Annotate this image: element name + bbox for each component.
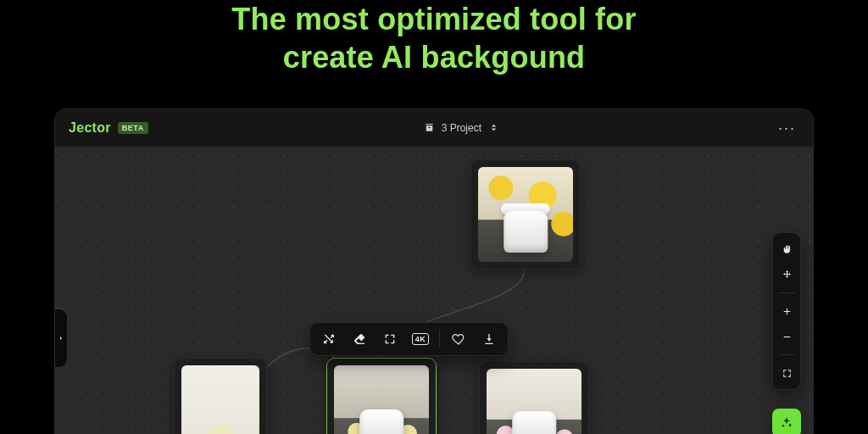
archive-icon [424,122,435,133]
brand-name: Jector [69,120,111,136]
move-icon [782,270,793,281]
fourk-button[interactable]: 4K [405,326,436,352]
chevrons-vertical-icon [488,122,499,133]
toolbar-separator [439,330,440,348]
beta-badge: BETA [118,122,148,134]
more-menu-button[interactable]: ··· [775,120,799,136]
move-tool-button[interactable] [776,264,798,286]
node-card-selected[interactable] [326,358,437,434]
thumbnail-image [181,365,259,434]
fullscreen-button[interactable] [375,326,405,352]
shuffle-icon [322,332,336,346]
eraser-icon [353,332,366,346]
sparkle-icon [780,416,793,430]
titlebar: Jector BETA 3 Project ··· [55,109,813,147]
minus-icon [782,331,793,342]
fullscreen-icon [383,332,397,346]
node-card[interactable] [174,358,267,434]
zoom-in-button[interactable] [776,300,798,322]
zoom-out-button[interactable] [776,326,798,348]
left-drawer-handle[interactable] [54,309,68,368]
favorite-button[interactable] [443,326,474,352]
maximize-icon [782,368,793,379]
plus-icon [782,306,793,317]
app-window: Jector BETA 3 Project ··· [54,108,814,434]
hand-icon [782,244,793,255]
fit-view-button[interactable] [776,362,798,384]
download-icon [482,332,496,346]
headline-line-2: create AI backgound [283,40,586,75]
view-tools-panel [772,232,801,390]
fourk-badge: 4K [412,333,430,345]
node-card[interactable] [479,361,589,434]
canvas[interactable]: 4K [55,147,813,434]
context-toolbar: 4K [309,322,509,356]
thumbnail-image [478,167,573,262]
download-button[interactable] [474,326,504,352]
headline-line-1: The most optimized tool for [231,2,636,36]
side-separator [778,292,795,293]
hand-tool-button[interactable] [776,238,798,260]
brand: Jector BETA [69,120,148,136]
primary-action-button[interactable] [772,409,801,434]
thumbnail-image [334,365,429,434]
shuffle-button[interactable] [314,326,344,352]
thumbnail-image [487,369,581,434]
project-label: 3 Project [442,122,481,134]
heart-icon [452,332,465,346]
eraser-button[interactable] [344,326,375,352]
side-separator [778,354,795,355]
node-card[interactable] [470,159,581,270]
project-switcher[interactable]: 3 Project [417,119,506,137]
chevron-right-icon [58,332,64,344]
hero-headline: The most optimized tool for create AI ba… [0,0,868,76]
